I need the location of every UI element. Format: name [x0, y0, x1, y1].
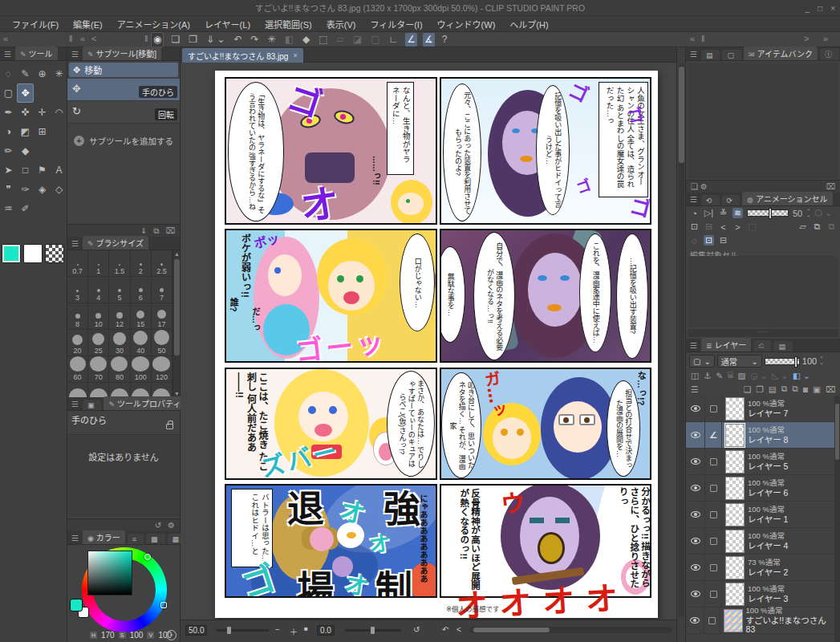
brush-size-cell[interactable]: 17 — [152, 303, 172, 330]
tool-button[interactable] — [34, 199, 51, 218]
brush-size-cell[interactable]: 5 — [109, 277, 130, 303]
layer-mask-icon[interactable]: ◙ — [803, 384, 808, 394]
pen-tool-icon[interactable]: ✒ — [0, 103, 17, 122]
selection-tool-icon[interactable]: ▢ — [0, 83, 17, 103]
hand-tool-icon[interactable]: ✥ — [17, 83, 34, 103]
fill-tool-icon[interactable]: ◈ — [34, 180, 51, 199]
layer-thumbnail[interactable] — [725, 477, 745, 500]
panel-menu-icon[interactable]: ☰ — [71, 50, 79, 59]
brush-size-cell[interactable] — [88, 383, 109, 397]
layer-thumbnail[interactable] — [725, 450, 745, 473]
menu-item[interactable]: フィルター(I) — [363, 18, 429, 30]
rotation-slider[interactable] — [345, 629, 401, 632]
brush-size-cell[interactable] — [109, 383, 130, 397]
panel-menu-icon[interactable]: ☰ — [690, 50, 697, 59]
cel-preview-icon[interactable]: ⊟ — [718, 235, 728, 246]
canvas-hscrollbar[interactable] — [469, 627, 672, 633]
marker-tool-icon[interactable]: ◆ — [17, 141, 34, 160]
brush-size-cell[interactable]: 20 — [67, 330, 88, 356]
main-color-mini-swatch[interactable] — [70, 599, 83, 612]
tab-onion-skin[interactable]: ⟳ — [722, 195, 741, 205]
tab-stroke[interactable]: ▣ — [83, 400, 102, 410]
layer-select-checkbox[interactable]: ∠ — [705, 502, 722, 527]
auto-select-tool-icon[interactable]: ✳ — [51, 64, 67, 83]
layer-opacity-slider[interactable] — [765, 358, 800, 365]
sub-color-swatch[interactable] — [23, 244, 43, 263]
brush-size-cell[interactable]: 7 — [152, 277, 172, 303]
transparent-color-swatch[interactable] — [45, 244, 64, 263]
flip-icon[interactable]: ▷| — [704, 208, 714, 218]
tool-button[interactable] — [51, 122, 67, 141]
layer-thumbnail[interactable] — [725, 530, 745, 553]
layer-move-tool-icon[interactable]: ⊕ — [34, 64, 51, 83]
save-file-icon[interactable]: ⇓ ⌄ — [205, 33, 226, 47]
sv-marker[interactable] — [160, 602, 167, 608]
tab-layer-property[interactable]: ▤ — [773, 341, 793, 351]
tab-subtool[interactable]: ✎サブツール[移動] — [83, 47, 161, 60]
scroll-up-icon[interactable]: ▲ — [173, 250, 181, 258]
airbrush-tool-icon[interactable]: ♒ — [0, 199, 17, 218]
レイヤー 3[interactable]: ∠ 100 %通常 レイヤー 3 — [686, 581, 834, 607]
layer-visibility-toggle[interactable] — [686, 502, 705, 527]
レイヤー 4[interactable]: ∠ 100 %通常 レイヤー 4 — [686, 528, 834, 555]
magnifier-tool-icon[interactable]: ◌ — [0, 64, 17, 83]
clip-at-layer-icon[interactable]: ◫ — [691, 371, 699, 380]
register-cel-icon[interactable]: ⬚ — [747, 221, 757, 232]
brush-size-cell[interactable]: 60 — [67, 356, 88, 383]
subtool-group-move[interactable]: ✥ 移動 — [69, 63, 178, 77]
new-raster-layer-icon[interactable]: ❏ — [744, 384, 751, 394]
new-cel-icon[interactable]: ⊡ — [689, 221, 700, 232]
panel-menu-icon[interactable]: ☰ — [690, 341, 697, 350]
main-color-swatch[interactable] — [2, 244, 21, 263]
brush-size-cell[interactable]: 2.5 — [152, 250, 172, 277]
tab-animation-cel[interactable]: ◍アニメーションセル — [742, 192, 832, 205]
layer-select-checkbox[interactable]: ∠ — [705, 555, 722, 580]
deco-sparkle-tool-icon[interactable]: ✛ — [34, 103, 51, 122]
brush-size-cell[interactable]: 10 — [88, 303, 109, 330]
menu-item[interactable]: 表示(V) — [319, 18, 363, 30]
layer-opacity-value[interactable]: 100 — [802, 356, 817, 366]
processing-icon[interactable]: ✳ — [266, 33, 278, 47]
layer-select-checkbox[interactable]: ∠ — [705, 528, 722, 554]
menu-item[interactable]: アニメーション(A) — [110, 18, 197, 30]
layer-thumbnail[interactable] — [725, 397, 745, 421]
tab-color-wheel[interactable]: ◉カラー — [83, 530, 125, 544]
reference-layer-icon[interactable]: ⚓ — [704, 371, 711, 380]
zoom-out-button[interactable]: − — [275, 625, 280, 634]
brush-size-cell[interactable]: 0.7 — [67, 250, 88, 277]
crop-icon[interactable]: ⬚ — [317, 33, 329, 47]
cel-opacity-slider[interactable] — [747, 209, 789, 217]
menu-item[interactable]: ヘルプ(H) — [502, 18, 555, 30]
chevron-left-icon[interactable]: < — [91, 34, 96, 43]
brush-size-cell[interactable] — [67, 383, 88, 397]
layer-visibility-toggle[interactable] — [686, 449, 705, 474]
lock-layer-icon[interactable]: ⌸ — [728, 370, 732, 380]
zoom-slider[interactable] — [216, 629, 269, 632]
onion-layers-icon[interactable]: ≋ — [732, 208, 743, 218]
duplicate-subtool-icon[interactable]: ⧉ — [153, 226, 159, 236]
レイヤー 1[interactable]: ∠ 100 %通常 レイヤー 1 — [686, 502, 834, 528]
brush-size-cell[interactable]: 70 — [88, 356, 109, 383]
delete-subtool-icon[interactable]: ⌧ — [165, 226, 175, 235]
balloon-tool-icon[interactable]: ❞ — [0, 180, 17, 199]
lock-transparent-icon[interactable]: ▨ — [737, 371, 745, 380]
gradient-area-icon[interactable]: ◪ — [351, 33, 363, 47]
panel-menu-icon[interactable]: ☰ — [71, 534, 79, 542]
object-tool-icon[interactable]: ✎ — [17, 64, 34, 83]
shape-tool-icon[interactable]: □ — [17, 160, 34, 180]
subtool-item[interactable]: ✥ 手のひら — [67, 79, 180, 101]
undo-icon[interactable]: ↶ — [232, 33, 243, 47]
brush-size-cell[interactable]: 15 — [131, 303, 152, 330]
menu-item[interactable]: 選択範囲(S) — [258, 18, 319, 30]
move-tool-icon[interactable]: ✜ — [17, 103, 34, 122]
reset-settings-icon[interactable]: ↺ — [155, 521, 161, 530]
tab-item-bank[interactable]: ✉アイテムバンク — [744, 47, 818, 60]
layer-thumbnail[interactable] — [725, 556, 745, 579]
layer-visibility-toggle[interactable] — [686, 581, 705, 607]
layer-select-checkbox[interactable]: ∠ — [705, 396, 722, 421]
frame-area-icon[interactable]: ▢ — [369, 33, 381, 47]
chevron-right-icon[interactable]: > — [804, 34, 809, 43]
operate-tool-icon[interactable]: ➤ — [0, 160, 17, 180]
cel-link-icon[interactable]: ⊟ — [704, 221, 714, 232]
panel-menu-icon[interactable]: ☰ — [71, 400, 79, 408]
